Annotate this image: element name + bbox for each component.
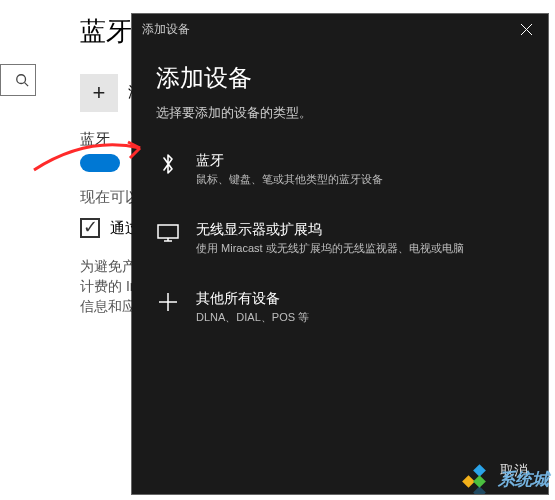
- dialog-body: 添加设备 选择要添加的设备的类型。 蓝牙 鼠标、键盘、笔或其他类型的蓝牙设备: [132, 44, 548, 333]
- option-bluetooth-title: 蓝牙: [196, 152, 383, 170]
- svg-line-1: [25, 83, 29, 87]
- plus-icon: +: [93, 80, 106, 106]
- option-bluetooth-desc: 鼠标、键盘、笔或其他类型的蓝牙设备: [196, 172, 383, 187]
- dialog-title: 添加设备: [156, 62, 524, 94]
- option-other-title: 其他所有设备: [196, 290, 309, 308]
- display-icon: [156, 221, 180, 245]
- add-device-button[interactable]: +: [80, 74, 118, 112]
- filter-checkbox[interactable]: [80, 218, 100, 238]
- option-wireless-display-text: 无线显示器或扩展坞 使用 Miracast 或无线扩展坞的无线监视器、电视或电脑: [196, 221, 464, 256]
- search-input[interactable]: [0, 64, 36, 96]
- dialog-header-title: 添加设备: [142, 21, 190, 38]
- cancel-button[interactable]: 取消: [500, 462, 528, 480]
- option-bluetooth[interactable]: 蓝牙 鼠标、键盘、笔或其他类型的蓝牙设备: [156, 144, 524, 195]
- now-available-label: 现在可以: [80, 188, 140, 207]
- svg-point-0: [17, 75, 26, 84]
- search-icon: [15, 73, 29, 87]
- plus-icon: [156, 290, 180, 314]
- close-icon: [521, 24, 532, 35]
- option-wireless-display-title: 无线显示器或扩展坞: [196, 221, 464, 239]
- option-wireless-display-desc: 使用 Miracast 或无线扩展坞的无线监视器、电视或电脑: [196, 241, 464, 256]
- svg-rect-4: [158, 225, 178, 238]
- option-other-text: 其他所有设备 DLNA、DIAL、POS 等: [196, 290, 309, 325]
- bluetooth-icon: [156, 152, 180, 176]
- add-device-dialog: 添加设备 添加设备 选择要添加的设备的类型。 蓝牙 鼠标、键盘、笔或其他类型的蓝…: [132, 14, 548, 494]
- bluetooth-section-label: 蓝牙: [80, 130, 110, 149]
- bluetooth-toggle[interactable]: [80, 154, 120, 172]
- option-wireless-display[interactable]: 无线显示器或扩展坞 使用 Miracast 或无线扩展坞的无线监视器、电视或电脑: [156, 213, 524, 264]
- dialog-subtitle: 选择要添加的设备的类型。: [156, 104, 524, 122]
- dialog-header: 添加设备: [132, 14, 548, 44]
- option-other-desc: DLNA、DIAL、POS 等: [196, 310, 309, 325]
- option-bluetooth-text: 蓝牙 鼠标、键盘、笔或其他类型的蓝牙设备: [196, 152, 383, 187]
- close-button[interactable]: [504, 14, 548, 44]
- option-other[interactable]: 其他所有设备 DLNA、DIAL、POS 等: [156, 282, 524, 333]
